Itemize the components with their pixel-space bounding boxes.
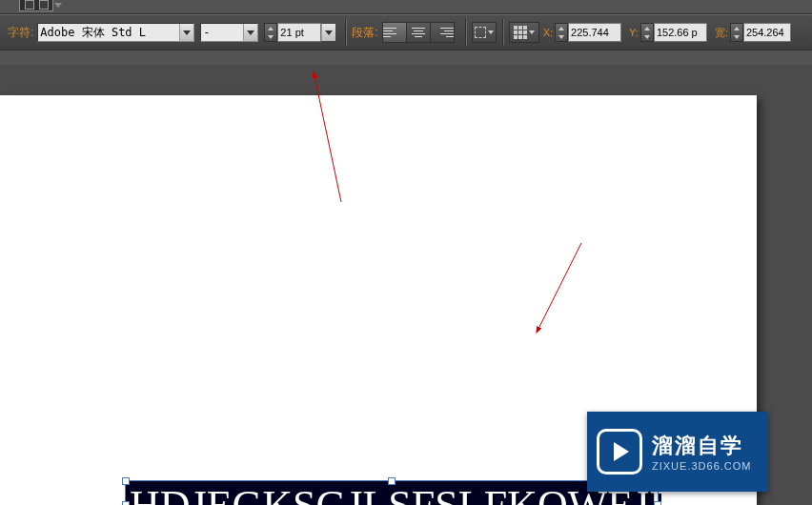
align-center-button[interactable] <box>406 22 431 43</box>
font-family-input[interactable] <box>38 25 179 40</box>
font-size-input[interactable] <box>278 25 320 40</box>
alignment-group <box>382 22 454 43</box>
watermark-badge: 溜溜自学 ZIXUE.3D66.COM <box>587 412 768 492</box>
x-label: X: <box>543 27 553 38</box>
font-style-dropdown[interactable] <box>200 23 258 42</box>
align-right-button[interactable] <box>430 22 455 43</box>
resize-handle[interactable] <box>654 501 661 505</box>
list-options-button[interactable] <box>472 22 497 43</box>
resize-handle[interactable] <box>122 501 130 505</box>
width-label: 宽: <box>715 26 728 40</box>
resize-handle[interactable] <box>122 477 130 485</box>
font-style-input[interactable] <box>201 25 243 40</box>
font-family-dropdown[interactable] <box>37 23 194 42</box>
watermark-title: 溜溜自学 <box>652 432 751 460</box>
canvas-area[interactable]: HDJEGKSGJLSFSLFKOWEJF 溜溜自学 ZIXUE.3D66.CO… <box>0 65 812 505</box>
font-size-selector[interactable] <box>264 23 335 42</box>
font-size-spinner[interactable] <box>264 23 277 42</box>
play-icon <box>597 429 642 475</box>
y-position-field[interactable] <box>640 23 707 42</box>
x-input[interactable] <box>569 25 620 40</box>
svg-line-1 <box>538 243 581 329</box>
chevron-down-icon[interactable] <box>179 24 193 41</box>
chevron-down-icon[interactable] <box>321 24 335 41</box>
spinner-icon[interactable] <box>640 23 654 42</box>
spinner-icon[interactable] <box>555 23 568 42</box>
width-input[interactable] <box>744 25 790 40</box>
y-label: Y: <box>629 27 639 38</box>
annotation-arrow-2 <box>529 238 596 343</box>
grid-options-button[interactable] <box>509 22 539 43</box>
character-label: 字符: <box>8 25 33 41</box>
svg-line-0 <box>315 76 341 202</box>
watermark-url: ZIXUE.3D66.COM <box>652 460 751 472</box>
spinner-icon[interactable] <box>730 23 743 42</box>
layout-switcher[interactable] <box>19 0 53 11</box>
annotation-arrow-1 <box>305 69 362 231</box>
paragraph-label: 段落: <box>352 25 377 41</box>
x-position-field[interactable] <box>555 23 621 42</box>
y-input[interactable] <box>655 25 706 40</box>
align-left-button[interactable] <box>382 22 407 43</box>
text-options-toolbar: 字符: 段落: X: Y: 宽: <box>0 14 812 50</box>
text-frame[interactable]: HDJEGKSGJLSFSLFKOWEJF <box>126 481 658 505</box>
chevron-down-icon[interactable] <box>243 24 257 41</box>
width-field[interactable] <box>730 23 791 42</box>
resize-handle[interactable] <box>388 477 396 485</box>
